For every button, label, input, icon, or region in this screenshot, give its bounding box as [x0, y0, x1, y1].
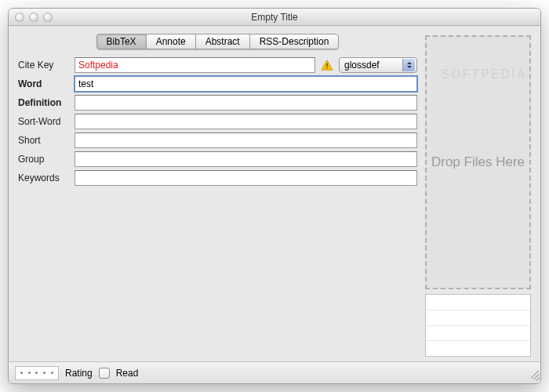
field-label: Keywords	[18, 172, 70, 183]
list-item[interactable]	[426, 326, 530, 342]
window-title: Empty Title	[9, 12, 540, 23]
field-label: Word	[18, 78, 70, 89]
tab-annote[interactable]: Annote	[146, 34, 195, 49]
warning-icon	[320, 59, 334, 71]
window-controls	[15, 13, 53, 22]
sort-word-input[interactable]	[75, 114, 417, 129]
rating-label: Rating	[65, 368, 93, 379]
minimize-icon[interactable]	[29, 13, 38, 22]
field-row-definition: Definition	[18, 95, 417, 111]
type-select[interactable]: glossdef	[339, 57, 417, 73]
field-row-group: Group	[18, 151, 417, 167]
list-item[interactable]	[426, 295, 530, 310]
group-input[interactable]	[75, 151, 417, 167]
definition-input[interactable]	[75, 95, 417, 111]
resize-handle-icon[interactable]	[529, 372, 539, 382]
rating-control[interactable]	[15, 366, 59, 380]
tab-bibtex[interactable]: BibTeX	[96, 34, 146, 49]
field-row-word: Word	[18, 76, 417, 92]
titlebar: Empty Title	[9, 9, 540, 26]
word-input[interactable]	[75, 76, 417, 92]
field-label: Group	[18, 154, 70, 165]
keywords-input[interactable]	[75, 170, 417, 186]
zoom-icon[interactable]	[43, 13, 53, 22]
read-checkbox[interactable]	[99, 368, 110, 379]
close-icon[interactable]	[15, 13, 24, 22]
short-input[interactable]	[75, 132, 417, 148]
type-select-value: glossdef	[344, 60, 380, 71]
bottom-bar: Rating Read	[9, 361, 540, 383]
field-row-sort-word: Sort-Word	[18, 114, 417, 129]
field-row-keywords: Keywords	[18, 170, 417, 186]
field-label: Sort-Word	[18, 116, 70, 127]
list-item[interactable]	[426, 310, 530, 326]
file-drop-zone[interactable]: Drop Files Here	[425, 35, 531, 289]
list-item[interactable]	[426, 341, 530, 356]
svg-rect-1	[326, 64, 328, 67]
drop-zone-label: Drop Files Here	[431, 154, 525, 171]
app-window: Empty Title BibTeX Annote Abstract RSS-D…	[8, 8, 541, 384]
field-row-short: Short	[18, 132, 417, 148]
read-label: Read	[116, 368, 139, 379]
cite-key-label: Cite Key	[18, 60, 70, 71]
svg-rect-2	[326, 67, 328, 69]
tab-rss-description[interactable]: RSS-Description	[249, 34, 340, 49]
field-label: Short	[18, 135, 70, 146]
tab-bar: BibTeX Annote Abstract RSS-Description	[18, 34, 417, 49]
content-area: BibTeX Annote Abstract RSS-Description C…	[9, 26, 540, 383]
tab-abstract[interactable]: Abstract	[195, 34, 249, 49]
cite-key-row: Cite Key glossdef	[18, 57, 417, 73]
field-label: Definition	[18, 97, 70, 108]
stepper-arrows-icon	[402, 59, 415, 71]
cite-key-input[interactable]	[75, 57, 315, 73]
sidebar-list[interactable]	[425, 294, 531, 357]
